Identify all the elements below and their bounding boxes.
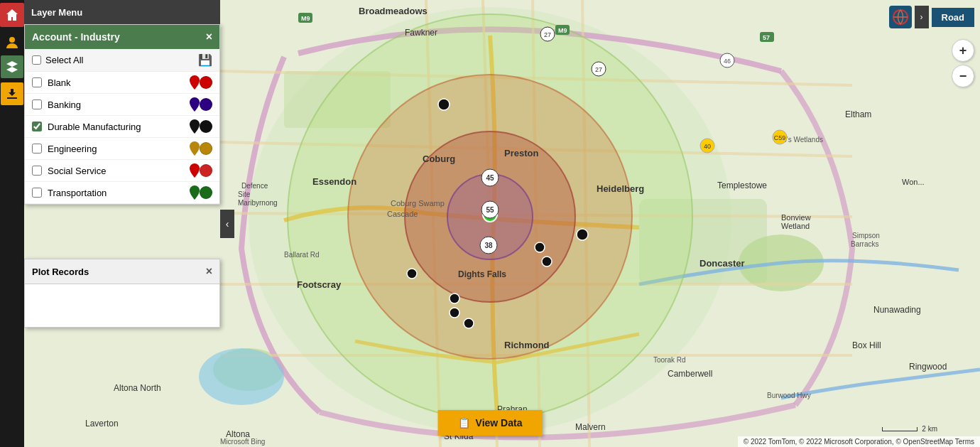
- filter-checkbox-banking[interactable]: [32, 99, 42, 109]
- globe-icon[interactable]: [889, 6, 912, 28]
- filter-item: Blank: [25, 72, 219, 94]
- sidebar: [0, 0, 24, 447]
- svg-text:Fawkner: Fawkner: [405, 28, 437, 38]
- color-circle-durable_manufacturing: [200, 120, 212, 133]
- filter-checkbox-engineering[interactable]: [32, 144, 42, 154]
- filter-checkbox-social_service[interactable]: [32, 166, 42, 176]
- svg-text:27: 27: [595, 66, 602, 73]
- pin-icon-durable_manufacturing: [190, 119, 200, 134]
- svg-text:Camberwell: Camberwell: [668, 369, 712, 379]
- svg-text:Won...: Won...: [902, 178, 925, 186]
- filter-checkbox-blank[interactable]: [32, 77, 42, 87]
- svg-point-27: [464, 318, 474, 328]
- filter-label-blank[interactable]: Blank: [48, 77, 190, 88]
- view-data-label: View Data: [476, 417, 523, 429]
- select-all-label[interactable]: Select All: [45, 55, 198, 65]
- color-circle-social_service: [200, 164, 212, 177]
- filter-item: Durable Manufacturing: [25, 116, 219, 138]
- filter-panel: Account - Industry × Select All 💾 BlankB…: [24, 24, 220, 205]
- collapse-panel-button[interactable]: ‹: [220, 210, 234, 238]
- svg-text:Ballarat Rd: Ballarat Rd: [284, 251, 319, 259]
- view-data-button[interactable]: 📋 View Data: [438, 410, 543, 436]
- view-data-icon: 📋: [458, 417, 470, 429]
- pin-icon-banking: [190, 97, 200, 112]
- svg-text:57: 57: [763, 34, 770, 41]
- color-circle-engineering: [200, 142, 212, 155]
- svg-text:Preston: Preston: [504, 148, 538, 158]
- svg-text:Richmond: Richmond: [504, 340, 550, 350]
- svg-point-23: [535, 242, 545, 252]
- road-button[interactable]: Road: [932, 8, 975, 27]
- svg-text:Burwood Hwy: Burwood Hwy: [767, 392, 811, 399]
- pin-icon-engineering: [190, 141, 200, 156]
- filter-item: Social Service: [25, 160, 219, 182]
- sidebar-btn-download[interactable]: [1, 82, 23, 105]
- zoom-out-button[interactable]: −: [952, 65, 974, 87]
- zoom-in-button[interactable]: +: [952, 39, 974, 62]
- scale-label: 2 km: [922, 425, 937, 433]
- color-circle-blank: [200, 76, 212, 89]
- ms-bing-logo: Microsoft Bing: [220, 438, 265, 446]
- svg-text:Bonview: Bonview: [781, 213, 811, 222]
- sidebar-btn-home[interactable]: [0, 3, 24, 27]
- svg-text:Toorak Rd: Toorak Rd: [653, 356, 686, 364]
- svg-text:M9: M9: [301, 15, 310, 22]
- filter-checkbox-durable_manufacturing[interactable]: [32, 122, 42, 131]
- svg-point-15: [199, 348, 284, 405]
- svg-text:Wetland: Wetland: [781, 222, 810, 230]
- select-all-checkbox[interactable]: [32, 55, 41, 65]
- filter-checkbox-transportation[interactable]: [32, 188, 42, 198]
- svg-point-87: [9, 37, 15, 43]
- sidebar-btn-person[interactable]: [1, 31, 23, 54]
- svg-text:Coburg: Coburg: [423, 154, 455, 164]
- filter-label-durable_manufacturing[interactable]: Durable Manufacturing: [48, 122, 190, 132]
- panel-header: Account - Industry ×: [25, 25, 219, 49]
- svg-text:Essendon: Essendon: [312, 176, 356, 187]
- svg-text:Doncaster: Doncaster: [699, 258, 745, 269]
- filter-item: Transportation: [25, 182, 219, 204]
- save-icon[interactable]: 💾: [198, 53, 212, 67]
- svg-point-26: [450, 308, 459, 318]
- svg-point-25: [407, 269, 417, 279]
- filter-list: BlankBankingDurable ManufacturingEnginee…: [25, 72, 219, 204]
- svg-text:45: 45: [486, 174, 494, 182]
- road-toggle-arrow[interactable]: ›: [915, 6, 929, 28]
- pin-icon-social_service: [190, 163, 200, 178]
- plot-records-header: Plot Records ×: [25, 259, 219, 284]
- svg-text:Dights Falls: Dights Falls: [458, 269, 506, 279]
- filter-label-banking[interactable]: Banking: [48, 99, 190, 110]
- svg-text:Cascade: Cascade: [387, 210, 418, 218]
- svg-text:Barracks: Barracks: [851, 240, 878, 248]
- sidebar-btn-layers[interactable]: [1, 55, 23, 78]
- layer-menu-title: Layer Menu: [31, 7, 82, 18]
- filter-label-social_service[interactable]: Social Service: [48, 166, 190, 176]
- road-toggle: › Road: [889, 6, 975, 28]
- filter-label-engineering[interactable]: Engineering: [48, 144, 190, 154]
- filter-label-transportation[interactable]: Transportation: [48, 188, 190, 198]
- filter-item: Engineering: [25, 138, 219, 160]
- scale-bar: 2 km: [882, 425, 937, 433]
- svg-point-28: [450, 293, 459, 303]
- svg-text:Simpson: Simpson: [852, 232, 880, 239]
- svg-text:M9: M9: [558, 27, 567, 34]
- select-all-row: Select All 💾: [25, 49, 219, 72]
- panel-title: Account - Industry: [32, 31, 120, 43]
- plot-records-body: [25, 284, 219, 327]
- panel-close-button[interactable]: ×: [206, 31, 212, 43]
- svg-text:38: 38: [484, 242, 493, 249]
- plot-records-title: Plot Records: [32, 266, 89, 277]
- plot-records-close-button[interactable]: ×: [206, 265, 212, 278]
- svg-point-21: [438, 99, 450, 110]
- svg-text:Altona North: Altona North: [114, 383, 161, 393]
- filter-item: Banking: [25, 94, 219, 116]
- pin-icon-blank: [190, 75, 200, 90]
- svg-point-22: [577, 229, 588, 240]
- pin-icon-transportation: [190, 185, 200, 200]
- color-circle-banking: [200, 98, 212, 111]
- color-circle-transportation: [200, 186, 212, 199]
- svg-point-24: [542, 257, 552, 266]
- zoom-controls: + −: [952, 39, 974, 87]
- svg-text:27: 27: [544, 31, 551, 38]
- svg-text:Broadmeadows: Broadmeadows: [359, 6, 428, 16]
- svg-text:Ringwood: Ringwood: [909, 362, 947, 372]
